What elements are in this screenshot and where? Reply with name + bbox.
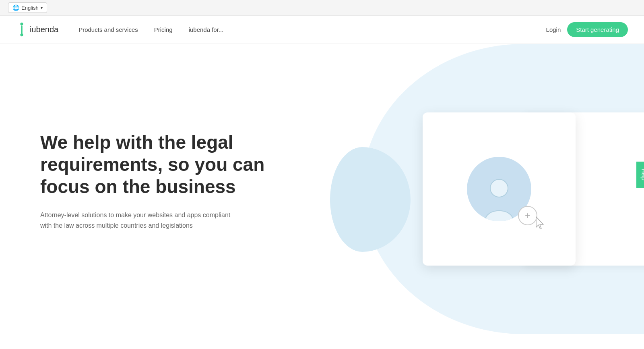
help-tab[interactable]: Help <box>637 162 644 188</box>
hero-section: We help with the legal requirements, so … <box>0 44 644 334</box>
logo-icon <box>16 23 27 37</box>
cursor-icon <box>535 216 547 233</box>
nav-products[interactable]: Products and services <box>78 26 138 33</box>
nav-pricing[interactable]: Pricing <box>154 26 173 33</box>
hero-title: We help with the legal requirements, so … <box>40 131 266 198</box>
hero-right <box>354 44 644 334</box>
login-link[interactable]: Login <box>546 26 561 33</box>
card-main <box>423 112 576 266</box>
svg-point-3 <box>490 179 508 197</box>
top-bar: 🌐 English ▾ <box>0 0 644 16</box>
bottom-cta: Start generating <box>0 334 644 349</box>
nav-iubenda-for[interactable]: iubenda for... <box>189 26 224 33</box>
illustration-wrapper <box>354 44 644 334</box>
svg-rect-0 <box>20 23 23 25</box>
user-avatar-container <box>467 157 531 221</box>
hero-left: We help with the legal requirements, so … <box>0 44 354 334</box>
language-selector[interactable]: 🌐 English ▾ <box>8 2 47 13</box>
deco-shape <box>330 147 411 252</box>
chevron-down-icon: ▾ <box>41 6 43 10</box>
svg-point-2 <box>20 33 23 36</box>
start-generating-nav-button[interactable]: Start generating <box>567 22 628 37</box>
nav-links: Products and services Pricing iubenda fo… <box>78 26 546 33</box>
globe-icon: 🌐 <box>12 4 19 11</box>
person-icon <box>481 177 517 221</box>
logo-link[interactable]: iubenda <box>16 23 58 37</box>
navbar: iubenda Products and services Pricing iu… <box>0 16 644 44</box>
lang-label: English <box>21 5 39 11</box>
hero-subtitle: Attorney-level solutions to make your we… <box>40 210 233 231</box>
nav-right: Login Start generating <box>546 22 628 37</box>
logo-text: iubenda <box>30 25 58 34</box>
